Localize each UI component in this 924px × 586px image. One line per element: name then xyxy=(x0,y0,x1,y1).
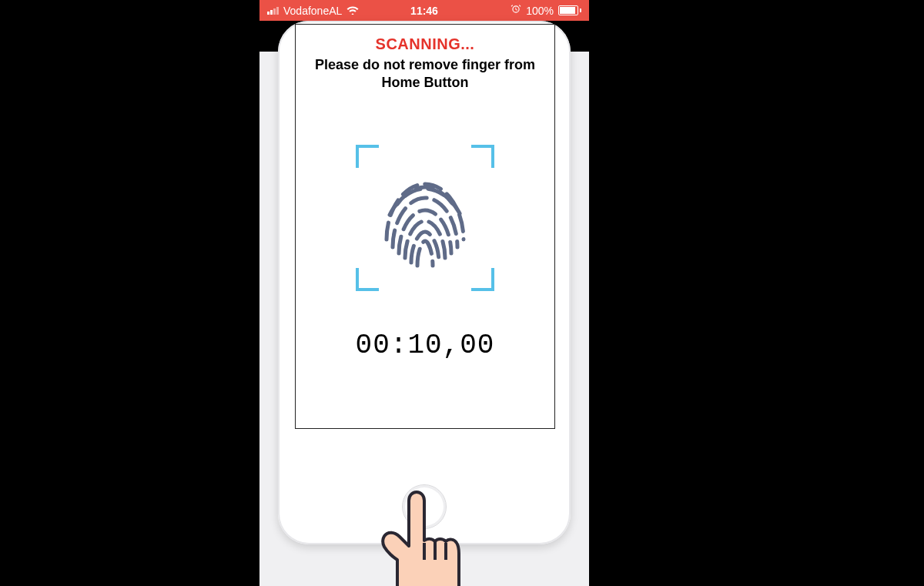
scanning-title: SCANNING... xyxy=(296,35,554,53)
countdown-timer: 00:10,00 xyxy=(296,330,554,361)
pointing-hand-icon xyxy=(374,484,474,586)
signal-bars-icon xyxy=(267,7,279,15)
app-content: SCANNING... Please do not remove finger … xyxy=(259,52,589,586)
battery-percent-label: 100% xyxy=(526,5,554,17)
carrier-label: VodafoneAL xyxy=(283,5,342,17)
alarm-icon xyxy=(511,4,521,17)
fingerprint-scan-area[interactable] xyxy=(356,145,494,291)
scanning-instruction: Please do not remove finger from Home Bu… xyxy=(296,56,554,91)
fingerprint-icon xyxy=(371,155,479,281)
mock-screen: SCANNING... Please do not remove finger … xyxy=(295,24,555,429)
status-bar: VodafoneAL 11:46 100% xyxy=(259,0,589,21)
battery-icon xyxy=(558,5,581,15)
phone-screenshot: VodafoneAL 11:46 100% Scanning... SCANNI… xyxy=(259,0,589,586)
phone-mockup: SCANNING... Please do not remove finger … xyxy=(278,21,571,544)
wifi-icon xyxy=(346,5,359,17)
